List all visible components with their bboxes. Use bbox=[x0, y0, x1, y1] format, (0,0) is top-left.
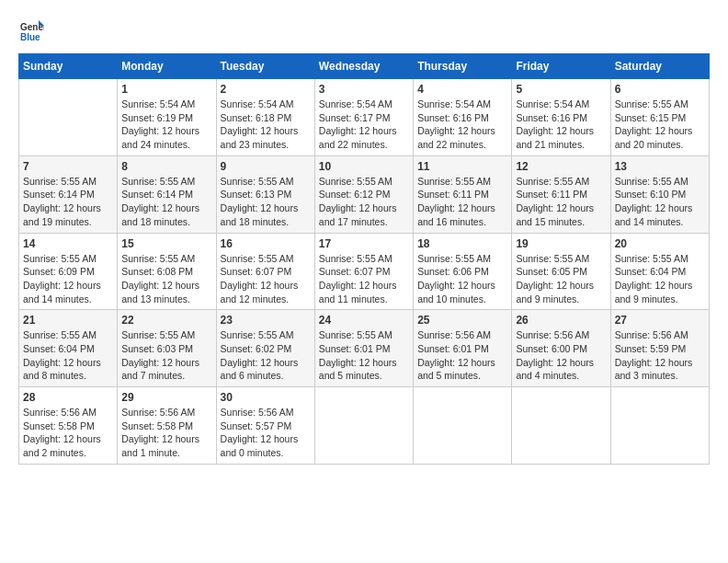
logo: General Blue bbox=[18, 18, 48, 44]
day-number: 23 bbox=[221, 314, 311, 327]
day-number: 28 bbox=[23, 391, 113, 404]
day-info: Sunrise: 5:54 AMSunset: 6:16 PMDaylight:… bbox=[516, 98, 606, 152]
day-info: Sunrise: 5:55 AMSunset: 6:11 PMDaylight:… bbox=[417, 175, 507, 229]
calendar-cell: 28Sunrise: 5:56 AMSunset: 5:58 PMDayligh… bbox=[19, 387, 118, 465]
calendar-body: 1Sunrise: 5:54 AMSunset: 6:19 PMDaylight… bbox=[19, 79, 710, 465]
calendar-cell: 14Sunrise: 5:55 AMSunset: 6:09 PMDayligh… bbox=[19, 233, 118, 310]
calendar-cell: 2Sunrise: 5:54 AMSunset: 6:18 PMDaylight… bbox=[216, 79, 314, 156]
day-info: Sunrise: 5:55 AMSunset: 6:03 PMDaylight:… bbox=[121, 328, 211, 383]
calendar-cell: 5Sunrise: 5:54 AMSunset: 6:16 PMDaylight… bbox=[512, 79, 610, 156]
calendar-cell: 3Sunrise: 5:54 AMSunset: 6:17 PMDaylight… bbox=[314, 79, 413, 156]
day-number: 5 bbox=[516, 83, 606, 96]
page-header: General Blue bbox=[18, 18, 710, 44]
day-number: 29 bbox=[121, 391, 211, 404]
calendar-cell: 4Sunrise: 5:54 AMSunset: 6:16 PMDaylight… bbox=[414, 79, 512, 156]
day-number: 22 bbox=[121, 314, 211, 327]
calendar-cell: 17Sunrise: 5:55 AMSunset: 6:07 PMDayligh… bbox=[314, 233, 413, 310]
calendar-cell: 16Sunrise: 5:55 AMSunset: 6:07 PMDayligh… bbox=[216, 233, 314, 310]
day-number: 1 bbox=[121, 83, 211, 96]
day-number: 21 bbox=[23, 314, 113, 327]
day-number: 15 bbox=[121, 237, 211, 250]
dow-header: Friday bbox=[512, 54, 610, 79]
calendar-cell: 9Sunrise: 5:55 AMSunset: 6:13 PMDaylight… bbox=[216, 155, 314, 233]
day-info: Sunrise: 5:56 AMSunset: 6:00 PMDaylight:… bbox=[516, 328, 606, 383]
day-info: Sunrise: 5:55 AMSunset: 6:11 PMDaylight:… bbox=[516, 175, 606, 229]
dow-header: Saturday bbox=[610, 54, 709, 79]
calendar-cell: 8Sunrise: 5:55 AMSunset: 6:14 PMDaylight… bbox=[118, 155, 216, 233]
calendar-cell bbox=[19, 79, 118, 156]
calendar-cell: 13Sunrise: 5:55 AMSunset: 6:10 PMDayligh… bbox=[610, 155, 709, 233]
calendar-cell: 27Sunrise: 5:56 AMSunset: 5:59 PMDayligh… bbox=[610, 310, 709, 387]
day-info: Sunrise: 5:55 AMSunset: 6:06 PMDaylight:… bbox=[417, 252, 507, 306]
day-info: Sunrise: 5:55 AMSunset: 6:08 PMDaylight:… bbox=[121, 252, 211, 306]
day-number: 18 bbox=[417, 237, 507, 250]
day-info: Sunrise: 5:54 AMSunset: 6:18 PMDaylight:… bbox=[221, 98, 311, 152]
day-number: 27 bbox=[615, 314, 705, 327]
day-info: Sunrise: 5:54 AMSunset: 6:19 PMDaylight:… bbox=[121, 98, 211, 152]
day-number: 14 bbox=[23, 237, 113, 250]
calendar-cell: 7Sunrise: 5:55 AMSunset: 6:14 PMDaylight… bbox=[19, 155, 118, 233]
day-info: Sunrise: 5:55 AMSunset: 6:05 PMDaylight:… bbox=[516, 252, 606, 306]
calendar-cell bbox=[314, 387, 413, 465]
day-number: 16 bbox=[221, 237, 311, 250]
calendar-header: SundayMondayTuesdayWednesdayThursdayFrid… bbox=[19, 54, 710, 79]
calendar-cell: 25Sunrise: 5:56 AMSunset: 6:01 PMDayligh… bbox=[414, 310, 512, 387]
day-info: Sunrise: 5:56 AMSunset: 6:01 PMDaylight:… bbox=[417, 328, 507, 383]
day-info: Sunrise: 5:55 AMSunset: 6:07 PMDaylight:… bbox=[221, 252, 311, 306]
calendar-cell: 6Sunrise: 5:55 AMSunset: 6:15 PMDaylight… bbox=[610, 79, 709, 156]
day-number: 13 bbox=[615, 160, 705, 173]
day-info: Sunrise: 5:55 AMSunset: 6:01 PMDaylight:… bbox=[319, 328, 409, 383]
day-info: Sunrise: 5:55 AMSunset: 6:10 PMDaylight:… bbox=[615, 175, 705, 229]
day-number: 4 bbox=[417, 83, 507, 96]
calendar-cell: 10Sunrise: 5:55 AMSunset: 6:12 PMDayligh… bbox=[314, 155, 413, 233]
day-info: Sunrise: 5:55 AMSunset: 6:12 PMDaylight:… bbox=[319, 175, 409, 229]
day-info: Sunrise: 5:55 AMSunset: 6:13 PMDaylight:… bbox=[221, 175, 311, 229]
day-number: 17 bbox=[319, 237, 409, 250]
calendar-cell: 12Sunrise: 5:55 AMSunset: 6:11 PMDayligh… bbox=[512, 155, 610, 233]
day-number: 30 bbox=[221, 391, 311, 404]
calendar-cell: 18Sunrise: 5:55 AMSunset: 6:06 PMDayligh… bbox=[414, 233, 512, 310]
calendar-cell: 23Sunrise: 5:55 AMSunset: 6:02 PMDayligh… bbox=[216, 310, 314, 387]
calendar-cell bbox=[414, 387, 512, 465]
dow-header: Wednesday bbox=[314, 54, 413, 79]
calendar-cell bbox=[512, 387, 610, 465]
calendar-cell: 20Sunrise: 5:55 AMSunset: 6:04 PMDayligh… bbox=[610, 233, 709, 310]
day-info: Sunrise: 5:55 AMSunset: 6:07 PMDaylight:… bbox=[319, 252, 409, 306]
calendar-cell: 30Sunrise: 5:56 AMSunset: 5:57 PMDayligh… bbox=[216, 387, 314, 465]
day-info: Sunrise: 5:55 AMSunset: 6:14 PMDaylight:… bbox=[23, 175, 113, 229]
day-number: 11 bbox=[417, 160, 507, 173]
logo-icon: General Blue bbox=[18, 18, 44, 44]
day-number: 19 bbox=[516, 237, 606, 250]
day-info: Sunrise: 5:54 AMSunset: 6:17 PMDaylight:… bbox=[319, 98, 409, 152]
day-info: Sunrise: 5:56 AMSunset: 5:58 PMDaylight:… bbox=[121, 406, 211, 460]
calendar-cell: 29Sunrise: 5:56 AMSunset: 5:58 PMDayligh… bbox=[118, 387, 216, 465]
day-number: 7 bbox=[23, 160, 113, 173]
calendar-cell: 15Sunrise: 5:55 AMSunset: 6:08 PMDayligh… bbox=[118, 233, 216, 310]
day-info: Sunrise: 5:55 AMSunset: 6:09 PMDaylight:… bbox=[23, 252, 113, 306]
day-number: 26 bbox=[516, 314, 606, 327]
day-info: Sunrise: 5:56 AMSunset: 5:57 PMDaylight:… bbox=[221, 406, 311, 460]
svg-text:Blue: Blue bbox=[20, 32, 40, 42]
day-number: 2 bbox=[221, 83, 311, 96]
dow-header: Monday bbox=[118, 54, 216, 79]
calendar-cell: 22Sunrise: 5:55 AMSunset: 6:03 PMDayligh… bbox=[118, 310, 216, 387]
dow-header: Thursday bbox=[414, 54, 512, 79]
day-number: 12 bbox=[516, 160, 606, 173]
calendar-cell: 24Sunrise: 5:55 AMSunset: 6:01 PMDayligh… bbox=[314, 310, 413, 387]
day-info: Sunrise: 5:55 AMSunset: 6:15 PMDaylight:… bbox=[615, 98, 705, 152]
day-info: Sunrise: 5:55 AMSunset: 6:04 PMDaylight:… bbox=[615, 252, 705, 306]
day-number: 25 bbox=[417, 314, 507, 327]
day-info: Sunrise: 5:55 AMSunset: 6:14 PMDaylight:… bbox=[121, 175, 211, 229]
calendar-cell: 1Sunrise: 5:54 AMSunset: 6:19 PMDaylight… bbox=[118, 79, 216, 156]
dow-header: Sunday bbox=[19, 54, 118, 79]
calendar-cell: 26Sunrise: 5:56 AMSunset: 6:00 PMDayligh… bbox=[512, 310, 610, 387]
day-number: 10 bbox=[319, 160, 409, 173]
calendar-cell: 21Sunrise: 5:55 AMSunset: 6:04 PMDayligh… bbox=[19, 310, 118, 387]
calendar-table: SundayMondayTuesdayWednesdayThursdayFrid… bbox=[18, 53, 710, 465]
day-number: 6 bbox=[615, 83, 705, 96]
day-number: 9 bbox=[221, 160, 311, 173]
day-number: 20 bbox=[615, 237, 705, 250]
day-number: 8 bbox=[121, 160, 211, 173]
calendar-cell: 19Sunrise: 5:55 AMSunset: 6:05 PMDayligh… bbox=[512, 233, 610, 310]
day-info: Sunrise: 5:54 AMSunset: 6:16 PMDaylight:… bbox=[417, 98, 507, 152]
